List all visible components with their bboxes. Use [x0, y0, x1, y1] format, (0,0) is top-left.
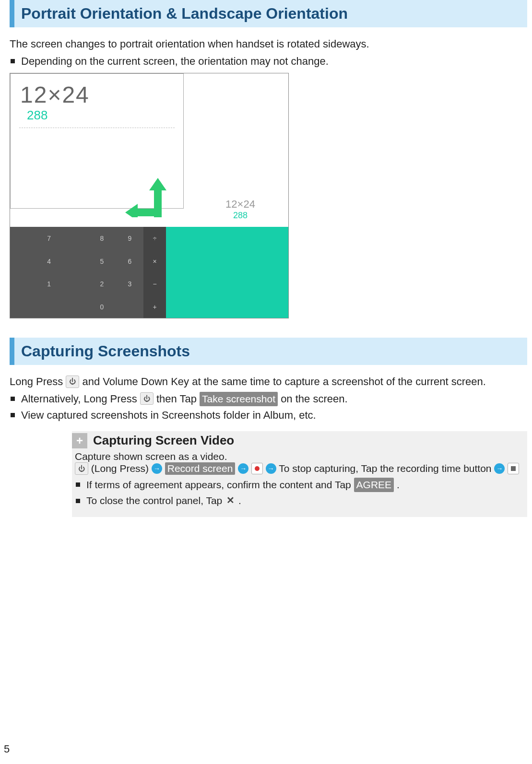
- calc-expression-ls: 12×24: [202, 198, 279, 211]
- plus-icon: +: [72, 433, 87, 448]
- screenshot-alt-instruction: Alternatively, Long Press ⏻ then Tap Tak…: [10, 392, 527, 406]
- record-icon: [251, 463, 263, 474]
- tip-title: Capturing Screen Video: [93, 433, 234, 448]
- tip-bullet-close: To close the control panel, Tap ✕ .: [75, 494, 524, 507]
- agree-label: AGREE: [354, 478, 394, 492]
- arrow-right-icon: →: [266, 463, 276, 474]
- power-key-icon: ⏻: [75, 462, 88, 475]
- close-icon: ✕: [225, 495, 236, 505]
- calc-result-ls: 288: [202, 211, 279, 221]
- stop-icon: [508, 463, 519, 474]
- section-title: Portrait Orientation & Landscape Orienta…: [21, 5, 520, 23]
- tip-bullet-agree: If terms of agreement appears, confirm t…: [75, 478, 524, 492]
- record-screen-label: Record screen: [165, 462, 236, 475]
- arrow-right-icon: →: [152, 463, 162, 474]
- power-key-icon: ⏻: [66, 376, 79, 388]
- section-header-orientation: Portrait Orientation & Landscape Orienta…: [10, 0, 527, 27]
- section-title-2: Capturing Screenshots: [21, 342, 520, 360]
- section1-bullet: Depending on the current screen, the ori…: [10, 54, 527, 69]
- arrow-right-icon: →: [238, 463, 248, 474]
- section-header-screenshots: Capturing Screenshots: [10, 338, 527, 365]
- calc-expression: 12×24: [11, 74, 183, 108]
- tip-intro: Capture shown screen as a video.: [75, 451, 524, 462]
- arrow-right-icon: →: [494, 463, 505, 474]
- power-key-icon: ⏻: [140, 392, 154, 405]
- landscape-preview: 12×24 288 741 8520 963 ÷×−+: [10, 217, 288, 318]
- take-screenshot-label: Take screenshot: [200, 392, 278, 406]
- screenshot-view-instruction: View captured screenshots in Screenshots…: [10, 408, 527, 423]
- orientation-illustration: 12×24 288 12×24 288 741 8520 963 ÷×−+: [10, 73, 289, 318]
- rotate-arrow-icon: [135, 174, 178, 217]
- calc-result: 288: [11, 108, 183, 123]
- tip-sequence: ⏻ (Long Press) → Record screen → → To st…: [75, 462, 524, 475]
- section1-intro: The screen changes to portrait orientati…: [10, 37, 527, 51]
- tip-box-screen-video: + Capturing Screen Video Capture shown s…: [72, 431, 527, 517]
- screenshot-main-instruction: Long Press ⏻ and Volume Down Key at the …: [10, 375, 527, 389]
